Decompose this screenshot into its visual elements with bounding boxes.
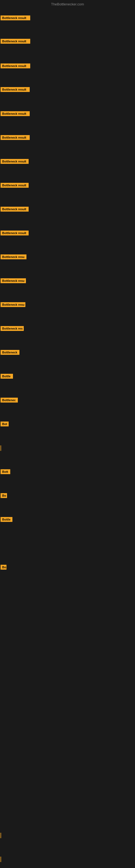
- badge-10: Bottleneck result: [1, 230, 29, 236]
- badge-9: Bottleneck result: [1, 207, 29, 212]
- badge-1: Bottleneck result: [1, 16, 30, 20]
- badge-11: Bottleneck resu: [1, 254, 27, 259]
- badge-2: Bottleneck result: [1, 39, 30, 44]
- tick-3: [1, 857, 1, 862]
- badge-19: Bott: [1, 469, 10, 474]
- badge-7: Bottleneck result: [1, 159, 29, 164]
- tick-2: [1, 833, 1, 838]
- badge-14: Bottleneck res: [1, 326, 24, 331]
- badge-12: Bottleneck resu: [1, 278, 26, 283]
- badge-22: Bo: [1, 565, 6, 569]
- site-title: TheBottlenecker.com: [0, 2, 135, 6]
- badge-16: Bottle: [1, 374, 13, 379]
- badge-15: Bottleneck: [1, 350, 19, 355]
- tick-1: [1, 445, 1, 451]
- badge-13: Bottleneck resu: [1, 302, 26, 307]
- badge-20: Bo: [1, 493, 7, 498]
- badge-6: Bottleneck result: [1, 135, 30, 140]
- badge-18: Bot: [1, 422, 9, 426]
- badge-21: Bottle: [1, 517, 12, 522]
- badge-3: Bottleneck result: [1, 63, 30, 68]
- badge-4: Bottleneck result: [1, 87, 30, 92]
- badge-8: Bottleneck result: [1, 183, 29, 188]
- badge-17: Bottlenec: [1, 398, 18, 403]
- badge-5: Bottleneck result: [1, 111, 30, 116]
